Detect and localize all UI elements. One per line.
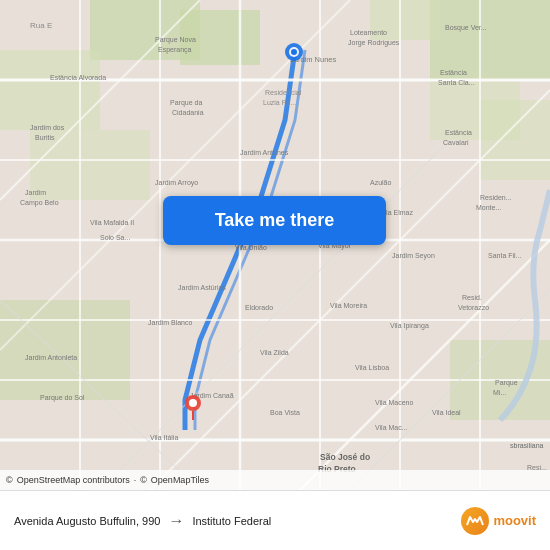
svg-rect-9 xyxy=(430,80,520,140)
svg-text:Esperança: Esperança xyxy=(158,46,192,54)
svg-text:Parque Nova: Parque Nova xyxy=(155,36,196,44)
svg-text:Vila Mafalda II: Vila Mafalda II xyxy=(90,219,134,226)
svg-text:Jardim Arroyo: Jardim Arroyo xyxy=(155,179,198,187)
svg-text:Buritis: Buritis xyxy=(35,134,55,141)
svg-text:Estância: Estância xyxy=(440,69,467,76)
svg-text:Monte...: Monte... xyxy=(476,204,501,211)
map-container: Rua E Estância Alvorada Jardim dos Burit… xyxy=(0,0,550,490)
from-location: Avenida Augusto Buffulin, 990 xyxy=(14,515,160,527)
svg-text:Boa Vista: Boa Vista xyxy=(270,409,300,416)
footer-content: Avenida Augusto Buffulin, 990 → Institut… xyxy=(14,507,536,535)
svg-text:Vila Itália: Vila Itália xyxy=(150,434,178,441)
svg-text:Vila Mac...: Vila Mac... xyxy=(375,424,408,431)
svg-text:Vila Moreira: Vila Moreira xyxy=(330,302,367,309)
svg-text:Estância Alvorada: Estância Alvorada xyxy=(50,74,106,81)
svg-text:Cavalari: Cavalari xyxy=(443,139,469,146)
svg-text:Jardim: Jardim xyxy=(25,189,46,196)
svg-text:Residen...: Residen... xyxy=(480,194,512,201)
to-location: Instituto Federal xyxy=(192,515,271,527)
svg-text:Bosque Ver...: Bosque Ver... xyxy=(445,24,487,32)
moovit-logo: moovit xyxy=(461,507,536,535)
svg-text:Vila União: Vila União xyxy=(235,244,267,251)
arrow-icon: → xyxy=(168,512,184,530)
map-attribution: © OpenStreetMap contributors · © OpenMap… xyxy=(0,470,550,490)
map-svg: Rua E Estância Alvorada Jardim dos Burit… xyxy=(0,0,550,490)
svg-text:Jardim Antunes: Jardim Antunes xyxy=(240,149,289,156)
svg-text:Vetorazzo: Vetorazzo xyxy=(458,304,489,311)
svg-text:Vila Maceno: Vila Maceno xyxy=(375,399,414,406)
openstreetmap-credit: OpenStreetMap contributors xyxy=(17,475,130,485)
svg-text:Parque da: Parque da xyxy=(170,99,202,107)
svg-text:Jardim Astúrias: Jardim Astúrias xyxy=(178,284,226,291)
moovit-logo-icon xyxy=(461,507,489,535)
svg-text:Campo Belo: Campo Belo xyxy=(20,199,59,207)
svg-text:Mi...: Mi... xyxy=(493,389,506,396)
svg-text:Cidadania: Cidadania xyxy=(172,109,204,116)
svg-text:Jorge Rodrigues: Jorge Rodrigues xyxy=(348,39,400,47)
svg-text:Residencial: Residencial xyxy=(265,89,302,96)
svg-text:sbrasiliana: sbrasiliana xyxy=(510,442,544,449)
svg-point-82 xyxy=(189,399,197,407)
svg-rect-7 xyxy=(0,300,130,400)
footer: Avenida Augusto Buffulin, 990 → Institut… xyxy=(0,490,550,550)
svg-text:Estância: Estância xyxy=(445,129,472,136)
openmaptiles-credit: OpenMapTiles xyxy=(151,475,209,485)
route-info: Avenida Augusto Buffulin, 990 → Institut… xyxy=(14,512,461,530)
svg-text:Azulão: Azulão xyxy=(370,179,392,186)
svg-text:Luzia Po...: Luzia Po... xyxy=(263,99,296,106)
svg-text:Santa Fil...: Santa Fil... xyxy=(488,252,522,259)
svg-text:Eldorado: Eldorado xyxy=(245,304,273,311)
svg-text:Resid.: Resid. xyxy=(462,294,482,301)
moovit-brand-text: moovit xyxy=(493,513,536,528)
separator: · xyxy=(134,475,137,485)
svg-rect-5 xyxy=(0,50,100,130)
svg-text:Vila Lisboa: Vila Lisboa xyxy=(355,364,389,371)
svg-text:Jardim Blanco: Jardim Blanco xyxy=(148,319,192,326)
svg-rect-3 xyxy=(430,0,550,80)
svg-text:Jardim Seyon: Jardim Seyon xyxy=(392,252,435,260)
svg-text:Jardim Antonleta: Jardim Antonleta xyxy=(25,354,77,361)
svg-text:São José do: São José do xyxy=(320,452,370,462)
svg-point-80 xyxy=(291,49,297,55)
copyright-symbol: © xyxy=(6,475,13,485)
svg-text:Santa Cla...: Santa Cla... xyxy=(438,79,475,86)
svg-text:Parque do Sol: Parque do Sol xyxy=(40,394,85,402)
svg-text:Jardim dos: Jardim dos xyxy=(30,124,65,131)
svg-text:Vila Ideal: Vila Ideal xyxy=(432,409,461,416)
svg-text:Rua E: Rua E xyxy=(30,21,52,30)
svg-text:Vila Ipiranga: Vila Ipiranga xyxy=(390,322,429,330)
svg-text:Loteamento: Loteamento xyxy=(350,29,387,36)
svg-text:Solo Sa...: Solo Sa... xyxy=(100,234,130,241)
svg-text:Vila Zilda: Vila Zilda xyxy=(260,349,289,356)
svg-text:Parque: Parque xyxy=(495,379,518,387)
take-me-there-button[interactable]: Take me there xyxy=(163,196,386,245)
copyright-symbol-2: © xyxy=(140,475,147,485)
